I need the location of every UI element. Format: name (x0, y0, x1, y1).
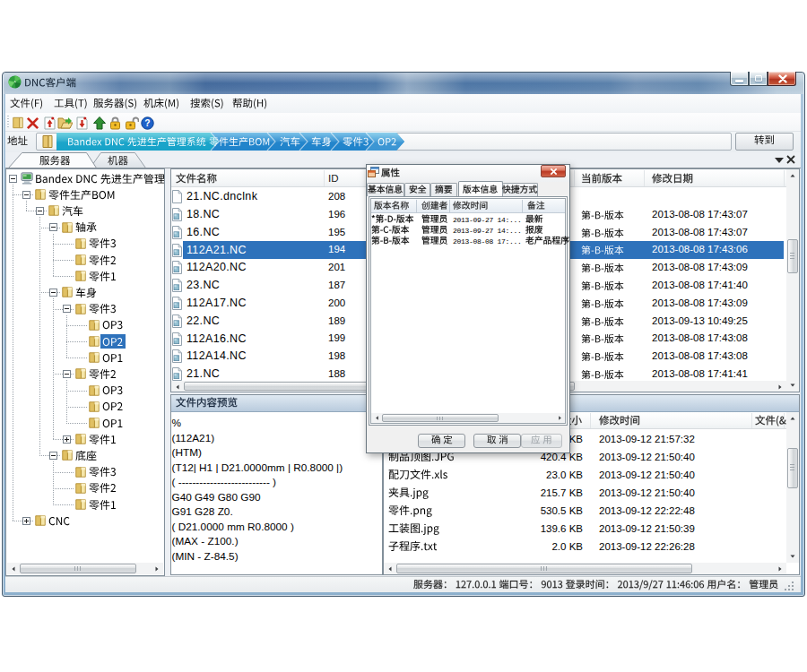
svg-text:?: ? (144, 118, 150, 128)
